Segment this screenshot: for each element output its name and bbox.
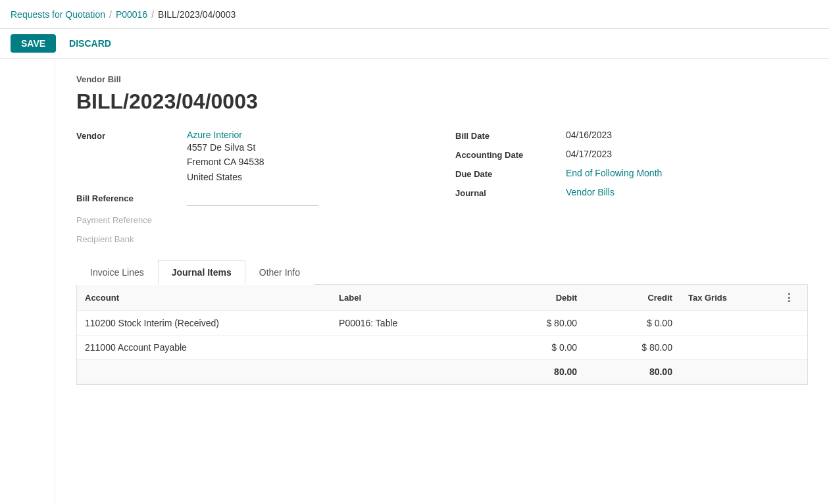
accounting-date-field: Accounting Date 04/17/2023	[455, 149, 808, 160]
vendor-value: Azure Interior 4557 De Silva St Fremont …	[187, 130, 429, 184]
vendor-field: Vendor Azure Interior 4557 De Silva St F…	[76, 130, 429, 184]
cell-account-0: 110200 Stock Interim (Received)	[77, 311, 331, 336]
due-date-label: Due Date	[455, 168, 561, 179]
cell-taxgrids-0	[680, 311, 776, 336]
vendor-label: Vendor	[76, 130, 182, 141]
cell-actions-1	[776, 336, 807, 360]
due-date-value[interactable]: End of Following Month	[566, 168, 808, 178]
column-options-icon[interactable]: ⋮	[784, 292, 794, 303]
main-content: Vendor Bill BILL/2023/04/0003 Vendor Azu…	[55, 59, 829, 504]
journal-items-table-section: Account Label Debit Credit Tax Grids ⋮ 1…	[76, 285, 808, 385]
breadcrumb-rfq[interactable]: Requests for Quotation	[11, 9, 105, 20]
vendor-address3: United States	[187, 170, 429, 184]
cell-label-1	[331, 336, 490, 360]
due-date-field: Due Date End of Following Month	[455, 168, 808, 179]
form-right: Bill Date 04/16/2023 Accounting Date 04/…	[455, 130, 808, 244]
breadcrumb-bar: Requests for Quotation / P00016 / BILL/2…	[0, 0, 829, 29]
table-header: Account Label Debit Credit Tax Grids ⋮	[77, 285, 807, 311]
tabs: Invoice Lines Journal Items Other Info	[76, 260, 808, 285]
cell-actions-0	[776, 311, 807, 336]
journal-field: Journal Vendor Bills	[455, 187, 808, 198]
page-layout: Vendor Bill BILL/2023/04/0003 Vendor Azu…	[0, 59, 829, 504]
cell-debit-0: $ 80.00	[490, 311, 585, 336]
tab-invoice-lines[interactable]: Invoice Lines	[76, 260, 158, 285]
sidebar	[0, 59, 55, 504]
journal-label: Journal	[455, 187, 561, 198]
footer-debit-total: 80.00	[490, 360, 585, 384]
col-header-debit: Debit	[490, 285, 585, 311]
journal-value[interactable]: Vendor Bills	[566, 187, 808, 197]
table-footer: 80.00 80.00	[77, 360, 807, 384]
breadcrumb: Requests for Quotation / P00016 / BILL/2…	[11, 9, 236, 20]
breadcrumb-p00016[interactable]: P00016	[116, 9, 147, 20]
payment-reference-field: Payment Reference	[76, 214, 429, 225]
table-row: 211000 Account Payable $ 0.00 $ 80.00	[77, 336, 807, 360]
journal-items-table: Account Label Debit Credit Tax Grids ⋮ 1…	[77, 285, 807, 384]
discard-button[interactable]: DISCARD	[61, 34, 119, 53]
action-bar: SAVE DISCARD	[0, 29, 829, 59]
table-body: 110200 Stock Interim (Received) P00016: …	[77, 311, 807, 360]
cell-debit-1: $ 0.00	[490, 336, 585, 360]
col-header-actions: ⋮	[776, 285, 807, 311]
cell-account-1: 211000 Account Payable	[77, 336, 331, 360]
vendor-address: 4557 De Silva St Fremont CA 94538 United…	[187, 140, 429, 184]
footer-credit-total: 80.00	[585, 360, 680, 384]
breadcrumb-sep2: /	[151, 9, 154, 20]
accounting-date-value[interactable]: 04/17/2023	[566, 149, 808, 159]
accounting-date-label: Accounting Date	[455, 149, 561, 160]
col-header-label: Label	[331, 285, 490, 311]
vendor-address2: Fremont CA 94538	[187, 155, 429, 169]
footer-spacer	[77, 360, 490, 384]
bill-reference-label: Bill Reference	[76, 192, 182, 203]
bill-date-field: Bill Date 04/16/2023	[455, 130, 808, 141]
bill-title: BILL/2023/04/0003	[76, 89, 808, 114]
col-header-credit: Credit	[585, 285, 680, 311]
breadcrumb-sep1: /	[109, 9, 112, 20]
vendor-name[interactable]: Azure Interior	[187, 130, 429, 140]
cell-credit-1: $ 80.00	[585, 336, 680, 360]
bill-date-value[interactable]: 04/16/2023	[566, 130, 808, 140]
payment-reference-label: Payment Reference	[76, 214, 182, 225]
table-row: 110200 Stock Interim (Received) P00016: …	[77, 311, 807, 336]
recipient-bank-field: Recipient Bank	[76, 233, 429, 244]
bill-date-label: Bill Date	[455, 130, 561, 141]
footer-end	[680, 360, 807, 384]
vendor-address1: 4557 De Silva St	[187, 140, 429, 155]
col-header-tax-grids: Tax Grids	[680, 285, 776, 311]
cell-label-0: P00016: Table	[331, 311, 490, 336]
breadcrumb-current: BILL/2023/04/0003	[158, 9, 236, 20]
form-left: Vendor Azure Interior 4557 De Silva St F…	[76, 130, 429, 244]
tab-journal-items[interactable]: Journal Items	[158, 260, 245, 285]
cell-taxgrids-1	[680, 336, 776, 360]
recipient-bank-label: Recipient Bank	[76, 233, 182, 244]
form-grid: Vendor Azure Interior 4557 De Silva St F…	[76, 130, 808, 244]
save-button[interactable]: SAVE	[11, 34, 56, 53]
bill-reference-field: Bill Reference	[76, 192, 429, 206]
bill-reference-input[interactable]	[187, 192, 318, 206]
cell-credit-0: $ 0.00	[585, 311, 680, 336]
tab-other-info[interactable]: Other Info	[245, 260, 314, 285]
form-type-label: Vendor Bill	[76, 74, 808, 84]
col-header-account: Account	[77, 285, 331, 311]
